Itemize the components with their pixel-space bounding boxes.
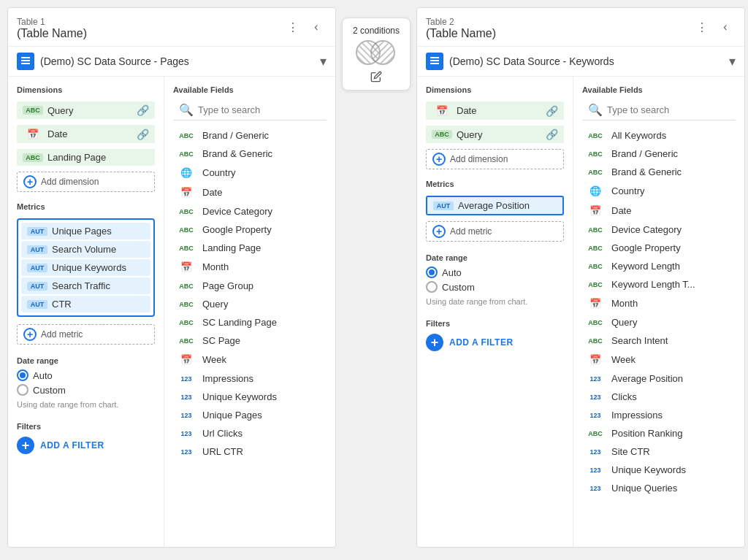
table2-dim-date[interactable]: 📅 Date 🔗 — [426, 101, 564, 120]
table1-add-metric-label: Add metric — [41, 329, 83, 340]
table1-field-impressions[interactable]: 123 Impressions — [173, 371, 327, 386]
table1-date-auto-row[interactable]: Auto — [17, 368, 155, 383]
svg-rect-1 — [21, 63, 30, 64]
table1-left-col: Dimensions ABC Query 🔗 📅 Date 🔗 ABC Land… — [8, 77, 164, 547]
table1-field-sclandingpage[interactable]: ABC SC Landing Page — [173, 315, 327, 330]
table2-dim-query[interactable]: ABC Query 🔗 — [426, 126, 564, 143]
table1-metric-uniquekeywords-badge: AUT — [27, 264, 47, 272]
table2-field-month[interactable]: 📅 Month — [582, 295, 736, 312]
table2-field-impressions[interactable]: 123 Impressions — [582, 407, 736, 423]
table2-field-searchintent[interactable]: ABC Search Intent — [582, 333, 736, 348]
table2-field-week-badge: 📅 — [585, 353, 606, 366]
table2-add-dimension-btn[interactable]: + Add dimension — [426, 149, 564, 169]
table1-field-month[interactable]: 📅 Month — [173, 258, 327, 275]
table1-field-uniquekeywords[interactable]: 123 Unique Keywords — [173, 389, 327, 404]
table1-field-query[interactable]: ABC Query — [173, 296, 327, 312]
table1-field-devicecategory-badge: ABC — [176, 207, 196, 216]
table1-field-uniquekeywords-name: Unique Keywords — [202, 391, 277, 402]
table2-field-googleproperty[interactable]: ABC Google Property — [582, 240, 736, 256]
conditions-edit-icon[interactable] — [370, 71, 382, 83]
table2-field-avgposition[interactable]: 123 Average Position — [582, 371, 736, 386]
table2-search-input[interactable] — [607, 104, 730, 115]
table2-field-uniquekeywords[interactable]: 123 Unique Keywords — [582, 462, 736, 477]
table1-field-country-name: Country — [202, 167, 236, 178]
table1-field-date[interactable]: 📅 Date — [173, 184, 327, 201]
table2-available-fields-label: Available Fields — [582, 85, 736, 94]
table1-date-custom-radio[interactable] — [17, 384, 28, 396]
table2-field-brandandgeneric[interactable]: ABC Brand & Generic — [582, 164, 736, 180]
table1-datasource-chevron[interactable]: ▾ — [320, 53, 327, 69]
table1-metric-searchtraffic[interactable]: AUT Search Traffic — [21, 277, 150, 294]
table1-field-date-name: Date — [202, 187, 222, 198]
table1-field-scpage[interactable]: ABC SC Page — [173, 333, 327, 348]
table2-metric-avgposition[interactable]: AUT Average Position — [426, 196, 564, 215]
table1-field-devicecategory[interactable]: ABC Device Category — [173, 204, 327, 219]
table1-dim-date[interactable]: 📅 Date 🔗 — [17, 125, 155, 143]
table2-field-keywordlength[interactable]: ABC Keyword Length — [582, 258, 736, 274]
table2-field-positionranking[interactable]: ABC Position Ranking — [582, 426, 736, 441]
table2-field-allkeywords[interactable]: ABC All Keywords — [582, 128, 736, 143]
table2-date-auto-row[interactable]: Auto — [426, 265, 564, 280]
table2-field-date-badge: 📅 — [585, 204, 606, 217]
table2-field-date[interactable]: 📅 Date — [582, 202, 736, 219]
table2-field-clicks[interactable]: 123 Clicks — [582, 389, 736, 404]
table1-field-pagegroup[interactable]: ABC Page Group — [173, 278, 327, 294]
table2-add-metric-plus-icon: + — [432, 225, 446, 238]
table2-date-custom-radio[interactable] — [426, 281, 438, 293]
table2-field-week[interactable]: 📅 Week — [582, 351, 736, 368]
table1-search-input[interactable] — [198, 104, 321, 115]
table2-field-brandandgeneric-name: Brand & Generic — [611, 166, 682, 177]
table1-add-filter-btn[interactable]: + ADD A FILTER — [17, 434, 155, 457]
table2-field-query[interactable]: ABC Query — [582, 315, 736, 330]
table2-datasource-row[interactable]: (Demo) SC Data Source - Keywords ▾ — [417, 47, 744, 77]
table1-datasource-name: (Demo) SC Data Source - Pages — [40, 55, 314, 67]
table1-field-brandgeneric-name: Brand / Generic — [202, 130, 269, 141]
table2-field-country[interactable]: 🌐 Country — [582, 183, 736, 199]
table1-right-col: Available Fields 🔍 ABC Brand / Generic A… — [164, 77, 335, 547]
table2-add-metric-btn[interactable]: + Add metric — [426, 221, 564, 242]
table1-add-metric-plus-icon: + — [23, 328, 37, 341]
table2-field-devicecategory[interactable]: ABC Device Category — [582, 222, 736, 237]
table1-datasource-row[interactable]: (Demo) SC Data Source - Pages ▾ — [8, 47, 335, 77]
table2-add-filter-btn[interactable]: + ADD A FILTER — [426, 331, 564, 354]
table1-metric-uniquepages[interactable]: AUT Unique Pages — [21, 223, 150, 239]
table1-metric-searchvolume[interactable]: AUT Search Volume — [21, 241, 150, 258]
table1-metric-ctr[interactable]: AUT CTR — [21, 296, 150, 312]
table1-field-week[interactable]: 📅 Week — [173, 351, 327, 368]
table1-collapse-icon[interactable]: ‹ — [306, 17, 327, 37]
table1-field-country[interactable]: 🌐 Country — [173, 164, 327, 181]
table1-field-urlclicks[interactable]: 123 Url Clicks — [173, 426, 327, 441]
table2-field-keywordlengtht-badge: ABC — [585, 280, 606, 289]
table1-add-metric-btn[interactable]: + Add metric — [17, 324, 155, 345]
table1-date-custom-row[interactable]: Custom — [17, 383, 155, 397]
table2-datasource-chevron[interactable]: ▾ — [729, 53, 736, 69]
svg-rect-2 — [21, 57, 30, 58]
table2-dim-query-link-icon: 🔗 — [546, 129, 558, 140]
table1-dim-landingpage-badge: ABC — [23, 153, 43, 162]
table2-collapse-icon[interactable]: ‹ — [715, 17, 736, 37]
table1-field-brandandgeneric[interactable]: ABC Brand & Generic — [173, 146, 327, 161]
table1-field-landingpage[interactable]: ABC Landing Page — [173, 240, 327, 256]
table2-field-uniquequeries[interactable]: 123 Unique Queries — [582, 480, 736, 496]
table2-date-custom-row[interactable]: Custom — [426, 280, 564, 294]
table1-menu-icon[interactable]: ⋮ — [283, 17, 303, 37]
table2-field-brandgeneric[interactable]: ABC Brand / Generic — [582, 146, 736, 161]
table1-dim-landingpage[interactable]: ABC Landing Page — [17, 149, 155, 166]
table1-field-uniquepages[interactable]: 123 Unique Pages — [173, 407, 327, 423]
table1-date-auto-radio[interactable] — [17, 369, 28, 381]
table1-field-urlctr[interactable]: 123 URL CTR — [173, 444, 327, 459]
table1-metric-uniquekeywords[interactable]: AUT Unique Keywords — [21, 259, 150, 276]
table1-field-brandgeneric[interactable]: ABC Brand / Generic — [173, 128, 327, 143]
table1-field-devicecategory-name: Device Category — [202, 206, 272, 217]
table2-date-auto-radio[interactable] — [426, 266, 438, 278]
table2-field-sitectr[interactable]: 123 Site CTR — [582, 444, 736, 459]
table1-metric-uniquekeywords-name: Unique Keywords — [52, 262, 145, 273]
venn-diagram — [356, 40, 397, 66]
table2-field-impressions-badge: 123 — [585, 411, 606, 420]
table1-add-dimension-btn[interactable]: + Add dimension — [17, 172, 155, 192]
table2-field-googleproperty-name: Google Property — [611, 242, 681, 253]
table2-menu-icon[interactable]: ⋮ — [692, 17, 712, 37]
table1-field-googleproperty[interactable]: ABC Google Property — [173, 222, 327, 237]
table2-field-keywordlengtht[interactable]: ABC Keyword Length T... — [582, 277, 736, 292]
table1-dim-query[interactable]: ABC Query 🔗 — [17, 101, 155, 119]
